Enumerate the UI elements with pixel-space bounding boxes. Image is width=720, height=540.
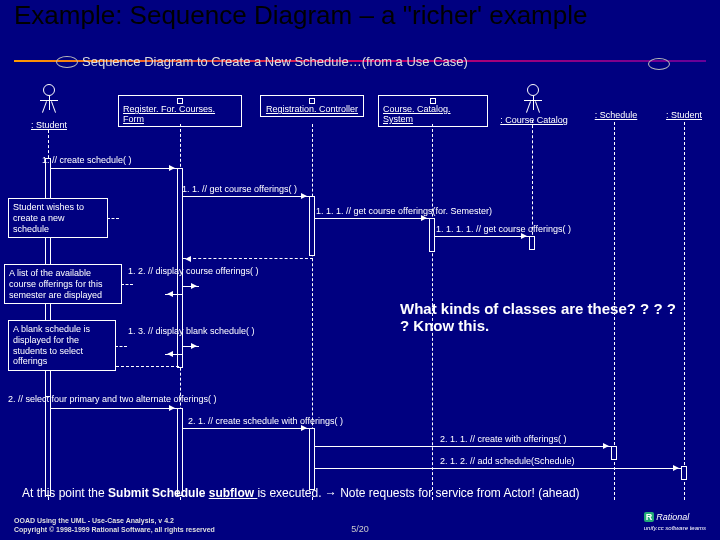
- actbar-form-2: [177, 408, 183, 496]
- arr-1: [51, 168, 177, 169]
- note-1: Student wishes to create a new schedule: [8, 198, 108, 238]
- usecase-oval: Sequence Diagram to Create a New Schedul…: [56, 54, 468, 69]
- page-number: 5/20: [351, 524, 369, 534]
- actor-student-left: [40, 84, 58, 121]
- arr-2-1-2: [315, 468, 681, 469]
- dash-studentobj: [684, 122, 685, 500]
- arr-2-1-1: [315, 446, 611, 447]
- msg-2: 2. // select four primary and two altern…: [8, 394, 216, 404]
- arr-2-1: [183, 428, 309, 429]
- lifeline-catalog-system: Course. Catalog. System: [378, 95, 488, 127]
- lifeline-form: Register. For. Courses. Form: [118, 95, 242, 127]
- actbar-student-2: [45, 396, 51, 496]
- end-note: At this point the Submit Schedule subflo…: [22, 486, 708, 500]
- callout-text: What kinds of classes are these? ? ? ? ?…: [400, 300, 680, 334]
- actor-label-student-left: : Student: [22, 120, 76, 130]
- label-schedule: : Schedule: [586, 110, 646, 120]
- arr-1-1-1-1: [435, 236, 529, 237]
- msg-2-1-2: 2. 1. 2. // add schedule(Schedule): [440, 456, 575, 466]
- msg-1-2: 1. 2. // display course offerings( ): [128, 266, 258, 276]
- slide-title: Example: Sequence Diagram – a "richer' e…: [14, 0, 587, 31]
- arr-1-2a: [183, 286, 199, 287]
- usecase-label: Sequence Diagram to Create a New Schedul…: [82, 54, 468, 69]
- label-student-obj: : Student: [658, 110, 710, 120]
- arr-2: [51, 408, 177, 409]
- note-3: A blank schedule is displayed for the st…: [8, 320, 116, 371]
- actbar-cat-1: [429, 218, 435, 252]
- note-2: A list of the available course offerings…: [4, 264, 122, 304]
- arr-1-1: [183, 196, 309, 197]
- actbar-ctrl-1: [309, 196, 315, 256]
- arr-1-1-1: [315, 218, 429, 219]
- actbar-ctrl-2: [309, 428, 315, 490]
- label-course-catalog: : Course Catalog: [494, 115, 574, 125]
- lifeline-controller: Registration. Controller: [260, 95, 364, 117]
- msg-2-1: 2. 1. // create schedule with offerings(…: [188, 416, 343, 426]
- rational-logo: RRational unify.cc software teams: [644, 512, 706, 532]
- msg-1-3: 1. 3. // display blank schedule( ): [128, 326, 255, 336]
- msg-1-1: 1. 1. // get course offerings( ): [182, 184, 297, 194]
- arr-1-3a: [183, 346, 199, 347]
- msg-1: 1. // create schedule( ): [42, 155, 132, 165]
- arr-1-2b: [165, 294, 183, 295]
- msg-1-1-1: 1. 1. 1. // get course offerings(for. Se…: [316, 206, 492, 216]
- ret-1-1: [183, 258, 313, 259]
- msg-2-1-1: 2. 1. 1. // create with offerings( ): [440, 434, 566, 444]
- msg-1-1-1-1: 1. 1. 1. 1. // get course offerings( ): [436, 224, 571, 234]
- footer: OOAD Using the UML - Use-Case Analysis, …: [14, 517, 215, 534]
- arr-1-3b: [165, 354, 183, 355]
- usecase-oval-right: [648, 58, 670, 70]
